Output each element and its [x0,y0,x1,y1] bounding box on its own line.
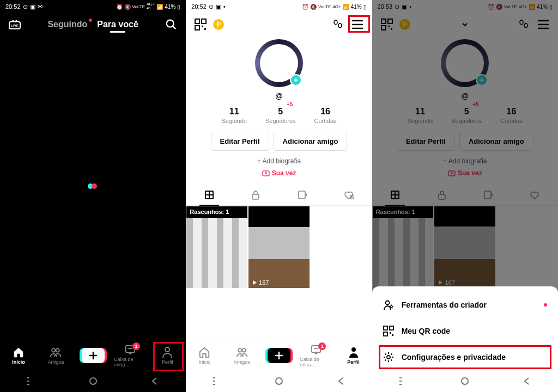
avatar-add-icon[interactable]: + [290,74,302,86]
svg-point-40 [387,356,390,359]
whatsapp-icon: ⊙ [209,3,214,10]
dot-icon: • [223,3,226,10]
svg-point-22 [351,347,356,352]
nav-label: Amigos [47,359,64,365]
nav-inbox[interactable]: 1 Caixa de entra… [300,344,332,367]
battery-icon: ▯ [177,4,180,10]
add-bio-button[interactable]: + Add biografia [257,157,301,165]
youtube-icon: ▣ [216,3,221,10]
qr-icon[interactable] [193,17,208,32]
svg-rect-8 [195,19,199,23]
svg-rect-39 [392,334,393,336]
svg-point-14 [338,23,342,28]
svg-point-2 [167,20,174,27]
battery-text: 41% [165,4,175,10]
edit-profile-button[interactable]: Editar Perfil [211,132,269,151]
nav-create[interactable] [263,348,295,363]
nav-profile[interactable]: Perfil [337,346,370,365]
battery-icon: ▯ [363,4,367,10]
stats: 11 Seguindo 5+5 Seguidores 16 Curtidas [221,107,336,124]
clock: 20:52 [5,3,21,10]
profile-body: + @ 11 Seguindo 5+5 Seguidores 16 Curtid… [186,36,372,177]
home-button[interactable] [460,376,470,386]
clock: 20:52 [191,3,207,10]
nav-label: Amigos [234,359,250,365]
svg-rect-10 [195,26,199,30]
svg-point-4 [56,348,59,352]
stat-likes[interactable]: 16 Curtidas [314,107,337,124]
stat-followers[interactable]: 5+5 Seguidores [265,107,296,124]
nav-inbox[interactable]: 1 Caixa de entra… [114,344,147,367]
svg-point-13 [334,20,337,24]
screen-menu: 20:53 ⊙ ▣ • ⏰ 🔇 VoLTE 4G+ 📶 41% ▯ P + [372,0,558,392]
live-icon[interactable]: LIVE [8,17,22,32]
svg-point-34 [385,301,389,305]
sheet-label: Ferramentas do criador [402,301,487,309]
svg-point-19 [238,348,241,352]
svg-point-41 [462,378,468,384]
alarm-icon: ⏰ [116,4,123,10]
feed-body[interactable] [0,34,186,340]
sheet-creator-tools[interactable]: Ferramentas do criador [372,292,558,318]
screen-feed: 20:52 ⊙ ▣ ✉ ⏰ 🔇 VoLTE 4G+⁴ᴳ 📶 41% ▯ LIVE… [0,0,186,392]
tab-private[interactable] [233,185,279,205]
tab-for-you[interactable]: Para você [97,20,138,29]
profile-icon [348,346,360,358]
svg-point-23 [276,378,282,384]
svg-rect-17 [299,191,305,199]
bottom-nav: Início Amigos 1 Caixa de entra… Perfil [0,340,186,370]
username: @ [275,91,283,100]
sua-vez-button[interactable]: Sua vez [262,169,296,177]
person-star-icon [383,299,394,310]
bottom-sheet: Ferramentas do criador Meu QR code Confi… [372,286,558,392]
svg-point-20 [242,348,245,352]
recents-button[interactable] [212,376,222,386]
tab-grid[interactable] [186,185,232,205]
back-button[interactable] [150,376,160,386]
footsteps-icon[interactable] [331,17,345,32]
profile-buttons: Editar Perfil Adicionar amigo [211,132,348,151]
thumb-video[interactable]: 167 [248,206,310,289]
recents-button[interactable] [398,376,408,386]
profile-icon [161,346,173,358]
tab-likes[interactable] [325,185,372,205]
coin-icon[interactable]: P [213,19,224,30]
lte-icon: VoLTE [132,4,145,9]
nav-friends[interactable]: Amigos [226,346,258,365]
tab-following[interactable]: Seguindo [47,20,87,29]
mute-icon: 🔇 [124,4,131,10]
mute-icon: 🔇 [310,4,317,10]
home-button[interactable] [274,376,284,386]
nav-friends[interactable]: Amigos [39,346,72,365]
status-bar: 20:52 ⊙ ▣ • ⏰ 🔇 VoLTE 4G+ 📶 41% ▯ [186,0,372,13]
search-icon[interactable] [164,17,178,32]
nav-home[interactable]: Início [188,346,221,365]
followers-delta: +5 [287,101,293,107]
play-icon [252,280,257,285]
tab-bookmark[interactable] [279,185,325,205]
svg-text:LIVE: LIVE [11,24,18,27]
stat-following[interactable]: 11 Seguindo [221,107,247,124]
drafts-label: Rascunhos: 1 [190,209,229,215]
signal-icon: 4G+ [332,4,341,9]
sheet-settings[interactable]: Configurações e privacidade [372,344,558,370]
add-friend-button[interactable]: Adicionar amigo [274,132,348,151]
nav-create[interactable] [77,348,110,363]
plus-icon [268,348,290,363]
nav-home[interactable]: Início [2,346,35,365]
bottom-nav: Início Amigos 1 Caixa de entra… Perfil [186,340,372,370]
avatar[interactable]: + [255,39,303,87]
thumb-drafts[interactable]: Rascunhos: 1 [186,206,248,289]
sheet-qr[interactable]: Meu QR code [372,318,558,344]
back-button[interactable] [522,376,532,386]
sheet-label: Meu QR code [402,327,450,335]
home-icon [198,346,210,358]
hamburger-icon[interactable] [350,17,365,32]
android-nav [372,370,558,392]
recents-button[interactable] [26,376,36,386]
back-button[interactable] [336,376,346,386]
qr-icon [383,326,394,336]
home-button[interactable] [88,376,98,386]
nav-profile[interactable]: Perfil [151,346,184,365]
inbox-badge: 1 [132,342,140,350]
